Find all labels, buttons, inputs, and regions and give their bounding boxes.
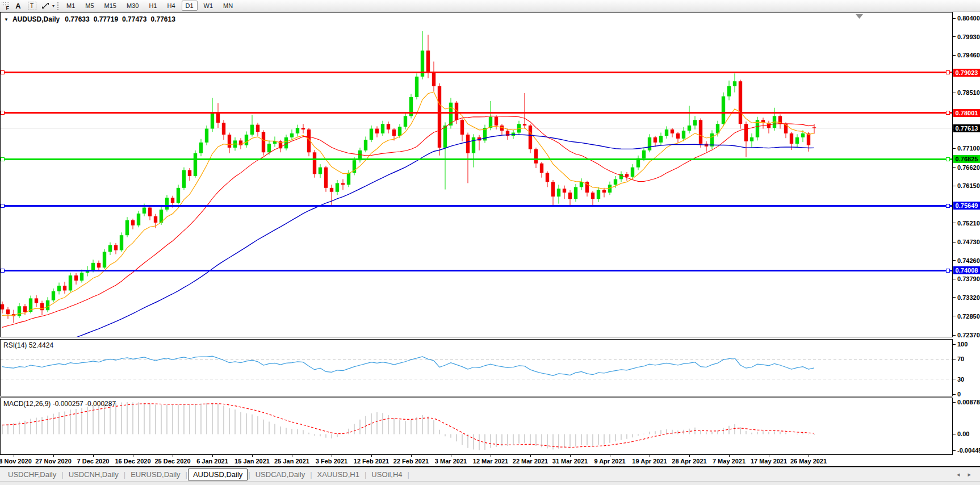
tab-scroll-arrows: ◂ ▸ [957, 471, 971, 478]
text-tool-icon[interactable]: T [26, 1, 37, 11]
svg-text:0.77613: 0.77613 [956, 125, 978, 132]
chart-area[interactable]: 0.804000.799300.794600.789900.785100.780… [0, 12, 980, 467]
timeframe-button-h4[interactable]: H4 [163, 1, 179, 11]
grid-f-icon[interactable]: F [1, 1, 10, 10]
cursor-arrows-icon[interactable] [40, 1, 51, 11]
rsi-tick-label: 70 [957, 356, 964, 362]
price-tick-label: 0.72370 [957, 332, 980, 338]
date-tick-label: 19 Apr 2021 [632, 458, 667, 465]
date-tick-label: 15 Jan 2021 [234, 458, 270, 465]
macd-tick-label: 0.00 [957, 430, 969, 437]
timeframe-button-m1[interactable]: M1 [62, 1, 79, 11]
text-tool-letter: T [28, 2, 36, 10]
toolbar-drag-handle[interactable] [57, 2, 60, 10]
rsi-axis-ticks: 10070300 [953, 341, 968, 398]
date-tick-label: 17 May 2021 [751, 458, 787, 465]
date-tick-label: 16 Dec 2020 [115, 458, 151, 465]
svg-text:0.79023: 0.79023 [956, 69, 978, 76]
tab-separator: | [408, 470, 409, 479]
chart-title: ▼ AUDUSD,Daily 0.77633 0.77719 0.77473 0… [4, 15, 175, 23]
price-tick-label: 0.79460 [957, 52, 980, 58]
date-tick-label: 18 Nov 2020 [0, 458, 32, 465]
date-tick-label: 26 May 2021 [790, 458, 827, 465]
rsi-tick-label: 0 [957, 391, 961, 398]
tab-usdchf-daily[interactable]: USDCHF,Daily [3, 469, 61, 480]
date-tick-label: 3 Feb 2021 [316, 458, 347, 465]
grid-f-letter: F [6, 5, 10, 11]
tab-separator: | [124, 470, 125, 479]
price-badge-075649: 0.75649 [953, 202, 980, 210]
price-tick-label: 0.79930 [957, 34, 980, 40]
date-tick-label: 12 Feb 2021 [354, 458, 389, 465]
rsi-indicator-label: RSI(14) 52.4424 [3, 341, 53, 349]
tab-usdcnh-daily[interactable]: USDCNH,Daily [64, 469, 123, 480]
main-chart-panel[interactable] [1, 12, 953, 337]
double-arrow-icon [41, 2, 49, 10]
tab-separator: | [61, 470, 63, 479]
macd-tick-label: 0.008782 [957, 399, 980, 405]
price-badge-076825: 0.76825 [953, 155, 980, 163]
symbol-name: AUDUSD,Daily [12, 15, 60, 23]
date-tick-label: 25 Dec 2020 [155, 458, 191, 465]
svg-text:0.78001: 0.78001 [956, 110, 978, 116]
tab-usoil-h4[interactable]: USOil,H4 [367, 469, 407, 480]
rsi-tick-label: 100 [957, 341, 968, 348]
tab-scroll-right-icon[interactable]: ▸ [968, 471, 971, 478]
date-tick-label: 27 Nov 2020 [35, 458, 72, 465]
tab-separator: | [310, 470, 312, 479]
macd-axis-ticks: 0.0087820.00-0.004451 [953, 399, 980, 454]
tab-row: USDCHF,Daily|USDCNH,Daily|EURUSD,Daily|A… [3, 469, 410, 480]
price-tick-label: 0.72850 [957, 313, 980, 320]
price-tick-label: 0.73790 [957, 275, 980, 282]
letter-a-tool-icon[interactable]: A [12, 1, 24, 11]
dropdown-arrow-icon[interactable]: ▾ [52, 3, 55, 9]
price-tick-label: 0.73320 [957, 294, 980, 301]
macd-tick-label: -0.004451 [957, 447, 980, 454]
timeframe-button-m5[interactable]: M5 [81, 1, 98, 11]
price-badge-074008: 0.74008 [953, 266, 980, 274]
current-price-badge: 0.77613 [953, 124, 980, 132]
tab-separator: | [248, 470, 250, 479]
timeframe-button-d1[interactable]: D1 [182, 1, 198, 11]
tab-scroll-left-icon[interactable]: ◂ [957, 471, 960, 478]
price-tick-label: 0.74260 [957, 257, 980, 264]
date-tick-label: 12 Mar 2021 [473, 458, 508, 465]
collapse-triangle-icon[interactable]: ▼ [4, 17, 9, 22]
timeframe-button-h1[interactable]: H1 [145, 1, 161, 11]
date-axis[interactable]: 18 Nov 202027 Nov 20207 Dec 202016 Dec 2… [0, 455, 827, 465]
date-tick-label: 6 Jan 2021 [196, 458, 228, 465]
date-tick-label: 9 Apr 2021 [594, 458, 625, 465]
price-badge-078001: 0.78001 [953, 109, 980, 117]
price-tick-label: 0.78510 [957, 89, 980, 96]
macd-panel[interactable] [1, 398, 953, 455]
svg-text:0.74008: 0.74008 [956, 267, 978, 274]
date-tick-label: 22 Feb 2021 [393, 458, 429, 465]
ohlc-low: 0.77473 [122, 15, 146, 23]
tab-eurusd-daily[interactable]: EURUSD,Daily [126, 469, 185, 480]
rsi-tick-label: 30 [957, 376, 964, 383]
chart-tab-bar: USDCHF,Daily|USDCNH,Daily|EURUSD,Daily|A… [0, 467, 980, 481]
timeframe-button-m15[interactable]: M15 [100, 1, 120, 11]
tab-separator: | [365, 470, 366, 479]
timeframe-group: M1M5M15M30H1H4D1W1MN [61, 1, 238, 11]
svg-text:0.76825: 0.76825 [956, 156, 978, 162]
macd-indicator-label: MACD(12,26,9) -0.000257 -0.000287 [3, 400, 116, 408]
tab-usdcad-daily[interactable]: USDCAD,Daily [251, 469, 309, 480]
ohlc-close: 0.77613 [150, 15, 175, 23]
date-tick-label: 28 Apr 2021 [672, 458, 706, 465]
date-tick-label: 7 May 2021 [713, 458, 746, 465]
timeframe-button-m30[interactable]: M30 [123, 1, 143, 11]
timeframe-button-w1[interactable]: W1 [200, 1, 217, 11]
price-chart-svg[interactable]: 0.804000.799300.794600.789900.785100.780… [0, 12, 980, 467]
ohlc-high: 0.77719 [94, 15, 118, 23]
date-tick-label: 31 Mar 2021 [552, 458, 588, 465]
ohlc-open: 0.77633 [65, 15, 89, 23]
tab-xauusd-h1[interactable]: XAUUSD,H1 [313, 469, 364, 480]
date-tick-label: 25 Jan 2021 [274, 458, 309, 465]
tab-audusd-daily[interactable]: AUDUSD,Daily [188, 469, 248, 480]
price-tick-label: 0.77100 [957, 145, 980, 152]
timeframe-button-mn[interactable]: MN [219, 1, 237, 11]
price-badge-079023: 0.79023 [953, 69, 980, 77]
date-tick-label: 22 Mar 2021 [513, 458, 548, 465]
price-tick-label: 0.76620 [957, 164, 980, 171]
